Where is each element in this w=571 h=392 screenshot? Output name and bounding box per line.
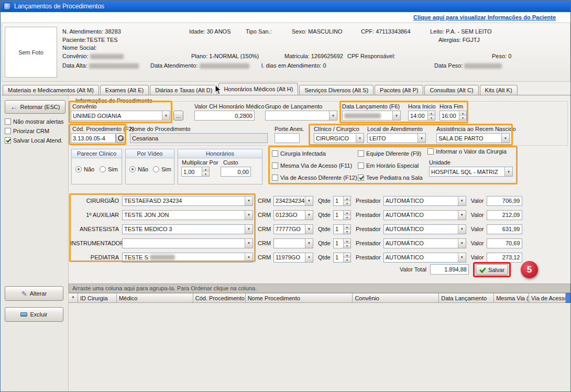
crm-label: CRM xyxy=(253,254,273,260)
nao-mostrar-alertas-checkbox[interactable]: Não mostrar alertas xyxy=(5,118,64,125)
valor-ch-input[interactable]: 0,2800 xyxy=(194,111,255,121)
cirurgiao-select[interactable]: TESTAEFASD 234234▼ xyxy=(122,196,253,206)
instrumentador-select[interactable]: ▼ xyxy=(122,238,253,248)
em-horario-especial-checkbox[interactable]: Em Horário Especial xyxy=(358,162,419,169)
retornar-button[interactable]: ← Retornar (ESC) xyxy=(5,100,65,114)
hora-fim-spinner[interactable]: 16:00 ▲▼ xyxy=(440,111,467,121)
spin-down-icon: ▼ xyxy=(344,215,350,220)
chevron-down-icon[interactable]: ▼ xyxy=(501,134,509,143)
via-acesso-diferente-checkbox[interactable]: Via de Acesso Diferente (F12) xyxy=(272,174,357,181)
anestesista-valor-input[interactable]: 631,99 xyxy=(487,224,522,234)
auxiliar-select[interactable]: TESTE JON JON▼ xyxy=(122,210,253,220)
grid-scroll-cell[interactable] xyxy=(566,293,570,303)
cirurgiao-qtde-spinner[interactable]: 1▲▼ xyxy=(333,196,351,206)
tab-exames[interactable]: Exames (Alt E) xyxy=(100,85,149,95)
pediatra-qtde-spinner[interactable]: 1▲▼ xyxy=(333,253,351,263)
checkbox-icon[interactable] xyxy=(5,118,11,125)
spinner-buttons[interactable]: ▲▼ xyxy=(459,111,466,120)
mesma-via-acesso-checkbox[interactable]: Mesma Via de Acesso (F11) xyxy=(272,162,352,169)
cod-procedimento-input[interactable]: 3.13.09.05-4 xyxy=(71,133,116,143)
auxiliar-qtde-spinner[interactable]: 1▲▼ xyxy=(333,210,351,220)
col-id-cirurgia[interactable]: ID Cirurgia xyxy=(78,293,117,303)
hora-inicio-spinner[interactable]: 14:00 ▲▼ xyxy=(408,111,435,121)
col-mesma-via[interactable]: Mesma Via ( xyxy=(494,293,529,303)
spin-down-icon: ▼ xyxy=(344,201,350,205)
anestesista-crm-select[interactable]: 77777GO▼ xyxy=(273,224,313,234)
equipe-diferente-checkbox[interactable]: Equipe Diferente (F9) xyxy=(358,150,421,157)
cirurgiao-crm-select[interactable]: 234234234(▼ xyxy=(273,196,313,206)
custo-label: Custo xyxy=(223,159,238,166)
pediatra-prestador-select[interactable]: AUTOMÁTICO▼ xyxy=(383,253,466,263)
excluir-button[interactable]: Excluir xyxy=(5,307,63,322)
local-atendimento-select[interactable]: LEITO ▼ xyxy=(367,133,426,143)
tab-materiais[interactable]: Materiais e Medicamentos (Alt M) xyxy=(3,85,99,95)
cirurgia-infectada-checkbox[interactable]: Cirurgia Infectada xyxy=(272,150,326,157)
porte-anes-input[interactable] xyxy=(274,133,300,143)
col-medico[interactable]: Médico xyxy=(117,293,193,303)
cirurgiao-valor-input[interactable]: 706,99 xyxy=(487,196,522,206)
multiplicar-spinner[interactable]: 1,00 ▲▼ xyxy=(181,167,210,177)
anestesista-select[interactable]: TESTE MEDICO 3▼ xyxy=(122,224,253,234)
checkbox-checked-icon[interactable] xyxy=(5,137,11,144)
salvar-button[interactable]: Salvar xyxy=(476,264,508,275)
auxiliar-valor-input[interactable]: 212,09 xyxy=(487,210,522,220)
prestador-label: Prestador xyxy=(351,240,383,246)
video-nao-radio[interactable]: Não xyxy=(129,166,148,172)
pediatra-select[interactable]: TESTE S▼ xyxy=(122,253,253,263)
pediatra-crm-select[interactable]: 11979GO▼ xyxy=(273,253,313,263)
clinico-cirurgico-select[interactable]: CIRURGICO ▼ xyxy=(314,133,364,143)
priorizar-crm-checkbox[interactable]: Priorizar CRM xyxy=(5,127,49,135)
pediatra-valor-input[interactable]: 273,12 xyxy=(487,253,522,263)
anestesista-qtde-spinner[interactable]: 1▲▼ xyxy=(333,224,351,234)
spinner-buttons[interactable]: ▲▼ xyxy=(202,167,209,176)
instrumentador-valor-input[interactable]: 70,69 xyxy=(487,238,522,248)
teve-pediatra-checkbox[interactable]: Teve Pediatra na Sala xyxy=(358,174,423,181)
col-cod-procedimento[interactable]: Cód. Procedimento xyxy=(193,293,246,303)
procedimento-search-button[interactable] xyxy=(116,133,125,143)
spin-down-icon: ▼ xyxy=(428,115,435,120)
convenio-more-button[interactable]: ... xyxy=(173,111,183,121)
instrumentador-crm-select[interactable]: ▼ xyxy=(273,238,313,248)
salvar-local-atend-checkbox[interactable]: Salvar Local Atend. xyxy=(5,137,63,144)
auxiliar-crm-select[interactable]: 0123GO▼ xyxy=(273,210,313,220)
parecer-sim-radio[interactable]: Sim xyxy=(100,166,118,172)
instrumentador-prestador-select[interactable]: AUTOMÁTICO▼ xyxy=(383,238,466,248)
informar-valor-cirurgia-checkbox[interactable]: Informar o Valor da Cirurgia xyxy=(427,148,507,155)
alterar-button[interactable]: ✎ Alterar xyxy=(5,286,63,301)
tab-servicos[interactable]: Serviços Diversos (Alt S) xyxy=(299,85,374,95)
col-data-lancamento[interactable]: Data Lançamento xyxy=(439,293,494,303)
video-sim-radio[interactable]: Sim xyxy=(153,166,171,172)
assistencia-select[interactable]: SALA DE PARTO ▼ xyxy=(436,133,510,143)
patient-info-link[interactable]: Clique aqui para visualizar Informações … xyxy=(413,14,556,20)
unidade-select[interactable]: HOSPITAL SQL - MATRIZ ▼ xyxy=(429,167,513,177)
data-lancamento-select[interactable]: ▼ xyxy=(342,111,401,121)
convenio-select[interactable]: UNIMED GOIANIA ▼ xyxy=(71,111,170,121)
grupo-lancamento-select[interactable]: ▼ xyxy=(265,111,337,121)
instrumentador-qtde-spinner[interactable]: 1▲▼ xyxy=(333,238,351,248)
grid-body-empty[interactable] xyxy=(69,303,570,391)
tab-diarias[interactable]: Diárias e Taxas (Alt D) xyxy=(150,85,217,95)
parecer-nao-radio[interactable]: Não xyxy=(75,166,94,172)
chevron-down-icon[interactable]: ▼ xyxy=(504,167,512,176)
chevron-down-icon[interactable]: ▼ xyxy=(356,134,364,143)
col-via-acesso[interactable]: Via de Acesso xyxy=(529,293,566,303)
grid-group-hint[interactable]: Arraste uma coluna aqui para agrupa-la. … xyxy=(69,284,570,293)
tab-honorarios-medicos[interactable]: Honorários Médicos (Alt H) xyxy=(218,83,298,95)
chevron-down-icon[interactable]: ▼ xyxy=(162,111,170,120)
tab-kits[interactable]: Kits (Alt K) xyxy=(480,85,518,95)
auxiliar-prestador-select[interactable]: AUTOMÁTICO▼ xyxy=(383,210,466,220)
checkbox-icon[interactable] xyxy=(5,128,11,134)
chevron-down-icon[interactable]: ▼ xyxy=(392,111,400,120)
tab-consultas[interactable]: Consultas (Alt C) xyxy=(424,85,478,95)
custo-input[interactable]: 0,00 xyxy=(221,167,251,177)
spinner-buttons[interactable]: ▲▼ xyxy=(427,111,435,120)
col-nome-procedimento[interactable]: Nome Procedimento xyxy=(246,293,353,303)
cirurgiao-prestador-select[interactable]: AUTOMÁTICO▼ xyxy=(383,196,466,206)
col-convenio[interactable]: Convênio xyxy=(353,293,439,303)
anestesista-prestador-select[interactable]: AUTOMÁTICO▼ xyxy=(383,224,466,234)
chevron-down-icon[interactable]: ▼ xyxy=(418,134,425,143)
grid-corner-cell[interactable]: * xyxy=(69,293,78,303)
cod-procedimento-label: Cód. Procedimento (F2) xyxy=(72,126,134,132)
tab-pacotes[interactable]: Pacotes (Alt P) xyxy=(375,85,423,95)
chevron-down-icon[interactable]: ▼ xyxy=(329,111,337,120)
